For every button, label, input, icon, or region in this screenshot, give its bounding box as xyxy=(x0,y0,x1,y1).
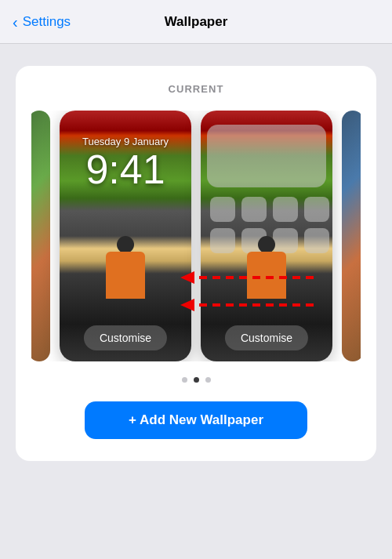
page-dots xyxy=(182,377,211,383)
person-head xyxy=(117,236,134,253)
lock-time: 9:41 xyxy=(85,149,165,190)
page-title: Wallpaper xyxy=(165,14,228,30)
app-icon xyxy=(273,197,298,222)
back-chevron-icon: ‹ xyxy=(13,14,18,30)
app-icon xyxy=(304,197,329,222)
back-button[interactable]: ‹ Settings xyxy=(13,14,71,30)
dot-3 xyxy=(205,377,211,383)
person-jacket xyxy=(106,252,145,299)
section-label: CURRENT xyxy=(169,83,224,95)
lock-screen-customise-button[interactable]: Customise xyxy=(84,325,167,350)
home-person-head xyxy=(258,236,275,253)
back-label: Settings xyxy=(23,14,71,30)
left-peek-preview xyxy=(31,111,50,361)
lock-date: Tuesday 9 January xyxy=(82,136,169,147)
dot-1 xyxy=(182,377,187,383)
previews-row: Tuesday 9 January 9:41 Customise xyxy=(31,111,361,361)
navigation-header: ‹ Settings Wallpaper xyxy=(0,0,392,44)
app-icon xyxy=(210,197,235,222)
dot-2 xyxy=(194,377,199,383)
app-icon xyxy=(210,228,235,253)
right-peek-preview xyxy=(342,111,361,361)
app-icon xyxy=(304,228,329,253)
home-person-jacket xyxy=(247,252,286,299)
main-content: CURRENT Tuesday 9 January 9:41 Customise xyxy=(0,44,392,461)
home-screen-preview[interactable]: Customise xyxy=(201,111,332,361)
person-silhouette xyxy=(102,228,149,299)
wallpaper-card: CURRENT Tuesday 9 January 9:41 Customise xyxy=(16,66,376,461)
lock-screen-preview[interactable]: Tuesday 9 January 9:41 Customise xyxy=(60,111,191,361)
home-person-silhouette xyxy=(243,228,290,299)
add-new-wallpaper-button[interactable]: + Add New Wallpaper xyxy=(85,401,307,439)
widget-placeholder xyxy=(207,125,325,187)
app-icon xyxy=(241,197,267,222)
home-screen-customise-button[interactable]: Customise xyxy=(225,325,308,350)
